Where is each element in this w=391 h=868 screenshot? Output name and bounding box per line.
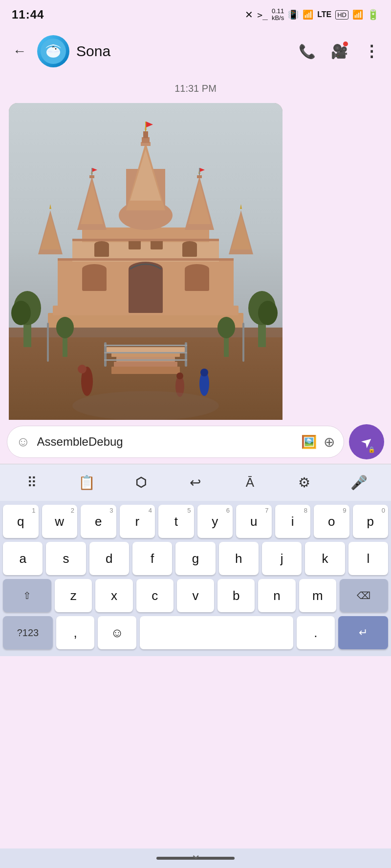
battery-icon: 🔋 <box>367 9 379 21</box>
key-s[interactable]: s <box>46 542 86 575</box>
keyboard-row-4: ?123 , ☺ . ↵ <box>3 616 388 649</box>
vibrate-icon: 📳 <box>288 9 299 20</box>
key-m[interactable]: m <box>299 579 336 612</box>
keyboard-row-1: 1q 2w 3e 4r 5t 6y 7u 8i 9o 0p <box>3 505 388 538</box>
terminal-icon: >_ <box>257 10 268 20</box>
key-u[interactable]: 7u <box>236 505 272 538</box>
key-f[interactable]: f <box>132 542 172 575</box>
contact-name[interactable]: Sona <box>76 43 289 60</box>
key-b[interactable]: b <box>217 579 255 612</box>
key-k[interactable]: k <box>305 542 345 575</box>
key-e[interactable]: 3e <box>81 505 116 538</box>
more-options-button[interactable]: ⋮ <box>361 41 382 62</box>
key-period[interactable]: . <box>297 616 335 649</box>
back-arrow-icon: ← <box>13 43 26 59</box>
key-h[interactable]: h <box>219 542 259 575</box>
settings-icon: ⚙ <box>298 475 310 491</box>
chevron-down-icon: ⌄ <box>190 847 201 862</box>
message-input[interactable] <box>37 435 294 449</box>
key-space[interactable] <box>140 616 293 649</box>
call-button[interactable]: 📞 <box>296 41 318 62</box>
key-n[interactable]: n <box>258 579 295 612</box>
keyboard-font-button[interactable]: Ā <box>233 469 267 496</box>
text-cursor-icon: ⬡ <box>135 475 147 490</box>
undo-icon: ↩ <box>190 475 201 491</box>
svg-rect-58 <box>104 352 187 353</box>
avatar[interactable] <box>37 35 69 67</box>
key-o[interactable]: 9o <box>314 505 349 538</box>
key-x[interactable]: x <box>95 579 132 612</box>
svg-rect-54 <box>72 239 219 241</box>
status-time: 11:44 <box>12 8 44 21</box>
add-attachment-button[interactable]: ⊕ <box>324 434 335 450</box>
svg-point-64 <box>11 301 31 325</box>
keyboard-grid-button[interactable]: ⠿ <box>15 469 49 496</box>
key-shift[interactable]: ⇧ <box>3 579 51 612</box>
send-button[interactable]: ➤ 🔒 <box>349 424 384 459</box>
key-enter[interactable]: ↵ <box>338 616 388 649</box>
key-p[interactable]: 0p <box>353 505 389 538</box>
keyboard-row-2: a s d f g h j k l <box>3 542 388 575</box>
status-icons: ✕ >_ 0.11kB/s 📳 📶 LTE HD 📶 🔋 <box>245 8 379 22</box>
clipboard-icon: 📋 <box>78 475 95 491</box>
key-c[interactable]: c <box>136 579 174 612</box>
svg-rect-13 <box>114 362 177 367</box>
svg-rect-14 <box>111 367 180 374</box>
phone-icon: 📞 <box>299 43 316 60</box>
keyboard-mic-button[interactable]: 🎤 <box>342 469 376 496</box>
key-comma[interactable]: , <box>56 616 94 649</box>
key-a[interactable]: a <box>3 542 43 575</box>
more-icon: ⋮ <box>364 42 380 61</box>
hd-icon: HD <box>335 10 348 20</box>
key-g[interactable]: g <box>175 542 215 575</box>
key-emoji[interactable]: ☺ <box>98 616 136 649</box>
key-v[interactable]: v <box>177 579 214 612</box>
key-z[interactable]: z <box>55 579 92 612</box>
keyboard-text-cursor-button[interactable]: ⬡ <box>124 469 158 496</box>
svg-rect-61 <box>242 323 244 362</box>
svg-rect-24 <box>143 131 148 138</box>
svg-rect-53 <box>58 258 234 261</box>
key-w[interactable]: 2w <box>42 505 78 538</box>
keyboard-settings-button[interactable]: ⚙ <box>287 469 322 496</box>
key-t[interactable]: 5t <box>158 505 194 538</box>
keyboard-row-3: ⇧ z x c v b n m ⌫ <box>3 579 388 612</box>
attach-photo-button[interactable]: 🖼️ <box>301 434 317 450</box>
key-q[interactable]: 1q <box>3 505 39 538</box>
key-i[interactable]: 8i <box>275 505 311 538</box>
keyboard-undo-button[interactable]: ↩ <box>178 469 213 496</box>
svg-rect-81 <box>145 122 146 131</box>
key-y[interactable]: 6y <box>197 505 233 538</box>
wifi-icon: 📶 <box>303 9 313 20</box>
svg-rect-29 <box>89 175 94 178</box>
key-j[interactable]: j <box>262 542 302 575</box>
key-r[interactable]: 4r <box>120 505 155 538</box>
lte-label: LTE <box>317 10 331 19</box>
video-call-button[interactable]: 🎥 <box>328 41 350 62</box>
key-d[interactable]: d <box>89 542 129 575</box>
svg-rect-57 <box>104 345 187 346</box>
svg-rect-33 <box>197 175 202 178</box>
message-image[interactable] <box>9 103 282 464</box>
app-bar-actions: 📞 🎥 ⋮ <box>296 41 382 62</box>
send-lock-icon: 🔒 <box>368 446 375 453</box>
key-numbers[interactable]: ?123 <box>3 616 53 649</box>
keyboard-clipboard-button[interactable]: 📋 <box>69 469 104 496</box>
key-backspace[interactable]: ⌫ <box>340 579 388 612</box>
svg-point-48 <box>94 241 109 248</box>
message-input-container: ☺ 🖼️ ⊕ <box>7 426 344 458</box>
svg-point-44 <box>82 264 107 274</box>
font-icon: Ā <box>246 475 254 490</box>
keyboard-toolbar: ⠿ 📋 ⬡ ↩ Ā ⚙ 🎤 <box>0 464 391 501</box>
back-button[interactable]: ← <box>9 41 30 62</box>
svg-rect-85 <box>199 168 200 175</box>
temple-image-svg <box>9 103 282 464</box>
video-notification-dot <box>343 41 348 46</box>
chevron-down-button[interactable]: ⌄ <box>190 846 201 862</box>
network-bars-icon: 📶 <box>352 9 363 20</box>
key-l[interactable]: l <box>348 542 388 575</box>
signal-kbs: 0.11kB/s <box>272 8 284 22</box>
emoji-button[interactable]: ☺ <box>16 434 30 450</box>
svg-point-80 <box>72 391 219 420</box>
svg-rect-60 <box>47 323 49 362</box>
